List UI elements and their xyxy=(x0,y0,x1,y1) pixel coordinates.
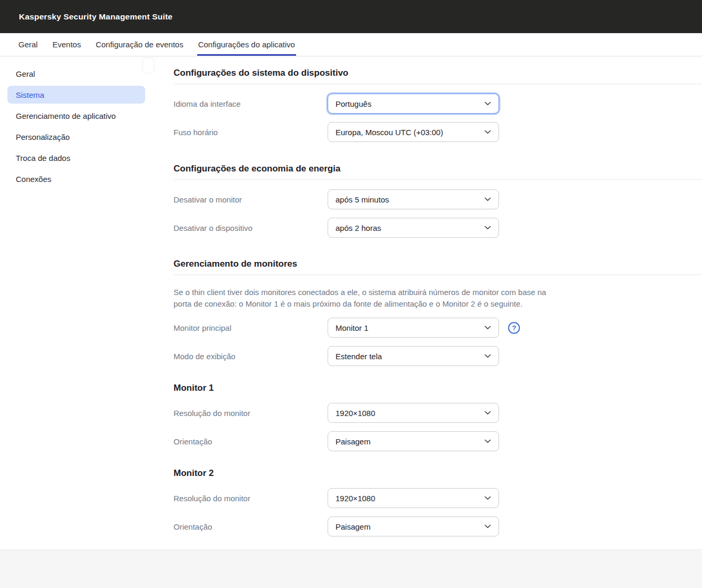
settings-panel: Configurações do sistema do dispositivo … xyxy=(158,56,702,550)
monitor2-resolution-select[interactable]: 1920×1080 xyxy=(328,488,499,508)
interface-language-label: Idioma da interface xyxy=(174,99,328,108)
timezone-label: Fuso horário xyxy=(174,128,328,137)
monitor1-orientation-label: Orientação xyxy=(174,437,328,446)
section-title-monitor-management: Gerenciamento de monitores xyxy=(174,258,702,270)
primary-monitor-value: Monitor 1 xyxy=(335,323,369,332)
section-title-device-system: Configurações do sistema do dispositivo xyxy=(174,67,702,79)
monitor-off-select[interactable]: após 5 minutos xyxy=(328,189,499,209)
help-icon[interactable]: ? xyxy=(507,321,702,334)
interface-language-select[interactable]: Português xyxy=(328,94,499,114)
settings-sidebar: Geral Sistema Gerenciamento de aplicativ… xyxy=(0,56,158,550)
section-monitor-1: Monitor 1 Resolução do monitor 1920×1080… xyxy=(174,382,702,451)
monitor2-orientation-select[interactable]: Paisagem xyxy=(328,516,499,536)
section-title-power-saving: Configurações de economia de energia xyxy=(174,163,702,175)
device-off-label: Desativar o dispositivo xyxy=(174,224,328,232)
sidebar-scrollbar-thumb[interactable] xyxy=(143,58,154,73)
field-row-monitor2-resolution: Resolução do monitor 1920×1080 xyxy=(174,488,702,508)
sidebar-item-personalizacao[interactable]: Personalização xyxy=(7,128,145,146)
app-title: Kaspersky Security Management Suite xyxy=(19,12,172,22)
monitor-off-value: após 5 minutos xyxy=(335,195,389,204)
field-row-timezone: Fuso horário Europa, Moscou UTC (+03:00) xyxy=(174,122,702,142)
field-row-monitor1-resolution: Resolução do monitor 1920×1080 xyxy=(174,403,702,423)
svg-text:?: ? xyxy=(512,324,516,332)
primary-monitor-label: Monitor principal xyxy=(174,323,328,332)
field-row-primary-monitor: Monitor principal Monitor 1 ? xyxy=(174,318,702,338)
chevron-down-icon xyxy=(484,496,491,500)
device-off-value: após 2 horas xyxy=(335,224,381,232)
tab-eventos[interactable]: Eventos xyxy=(52,33,82,56)
section-divider xyxy=(174,179,702,180)
timezone-select[interactable]: Europa, Moscou UTC (+03:00) xyxy=(328,122,499,142)
tab-configuracao-de-eventos[interactable]: Configuração de eventos xyxy=(95,33,185,56)
sidebar-item-gerenciamento-de-aplicativo[interactable]: Gerenciamento de aplicativo xyxy=(7,107,145,125)
monitor1-orientation-select[interactable]: Paisagem xyxy=(328,431,499,451)
section-divider xyxy=(174,84,702,84)
monitor2-orientation-value: Paisagem xyxy=(335,522,371,531)
monitor1-resolution-label: Resolução do monitor xyxy=(174,409,328,418)
monitor1-resolution-value: 1920×1080 xyxy=(335,409,375,418)
monitor2-resolution-value: 1920×1080 xyxy=(335,494,375,503)
page-footer xyxy=(0,550,702,588)
section-device-system: Configurações do sistema do dispositivo … xyxy=(174,67,702,142)
monitor2-orientation-label: Orientação xyxy=(174,522,328,531)
monitor1-orientation-value: Paisagem xyxy=(335,437,371,446)
chevron-down-icon xyxy=(484,524,491,529)
primary-monitor-select[interactable]: Monitor 1 xyxy=(328,318,499,338)
monitor1-resolution-select[interactable]: 1920×1080 xyxy=(328,403,499,423)
section-monitor-management: Gerenciamento de monitores Se o thin cli… xyxy=(174,258,702,366)
display-mode-value: Estender tela xyxy=(335,352,382,361)
field-row-monitor2-orientation: Orientação Paisagem xyxy=(174,516,702,536)
chevron-down-icon xyxy=(484,354,491,358)
chevron-down-icon xyxy=(484,130,491,134)
sidebar-item-conexoes[interactable]: Conexões xyxy=(7,170,145,188)
section-monitor-2: Monitor 2 Resolução do monitor 1920×1080… xyxy=(174,467,702,536)
display-mode-select[interactable]: Estender tela xyxy=(328,346,499,366)
timezone-value: Europa, Moscou UTC (+03:00) xyxy=(335,128,443,137)
app-header: Kaspersky Security Management Suite xyxy=(0,0,702,33)
monitor-off-label: Desativar o monitor xyxy=(174,195,328,204)
display-mode-label: Modo de exibição xyxy=(174,352,328,361)
monitor-management-description: Se o thin client tiver dois monitores co… xyxy=(174,287,558,310)
device-off-select[interactable]: após 2 horas xyxy=(328,218,499,238)
section-title-monitor-1: Monitor 1 xyxy=(174,382,702,394)
field-row-display-mode: Modo de exibição Estender tela xyxy=(174,346,702,366)
tab-configuracoes-do-aplicativo[interactable]: Configurações do aplicativo xyxy=(197,33,296,56)
sidebar-item-troca-de-dados[interactable]: Troca de dados xyxy=(7,149,145,167)
chevron-down-icon xyxy=(484,326,491,330)
chevron-down-icon xyxy=(484,226,491,230)
field-row-device-off: Desativar o dispositivo após 2 horas xyxy=(174,218,702,238)
chevron-down-icon xyxy=(484,197,491,201)
field-row-interface-language: Idioma da interface Português xyxy=(174,94,702,114)
chevron-down-icon xyxy=(484,411,491,415)
chevron-down-icon xyxy=(484,102,491,106)
content-area: Geral Sistema Gerenciamento de aplicativ… xyxy=(0,56,702,550)
field-row-monitor-off: Desativar o monitor após 5 minutos xyxy=(174,189,702,209)
section-title-monitor-2: Monitor 2 xyxy=(174,467,702,480)
sidebar-item-geral[interactable]: Geral xyxy=(7,65,145,83)
chevron-down-icon xyxy=(484,439,491,443)
sidebar-item-sistema[interactable]: Sistema xyxy=(7,86,145,104)
field-row-monitor1-orientation: Orientação Paisagem xyxy=(174,431,702,451)
tab-geral[interactable]: Geral xyxy=(17,33,39,56)
monitor2-resolution-label: Resolução do monitor xyxy=(174,494,328,503)
section-divider xyxy=(174,275,702,275)
interface-language-value: Português xyxy=(335,99,371,108)
section-power-saving: Configurações de economia de energia Des… xyxy=(174,163,702,238)
tab-bar: Geral Eventos Configuração de eventos Co… xyxy=(0,33,702,56)
